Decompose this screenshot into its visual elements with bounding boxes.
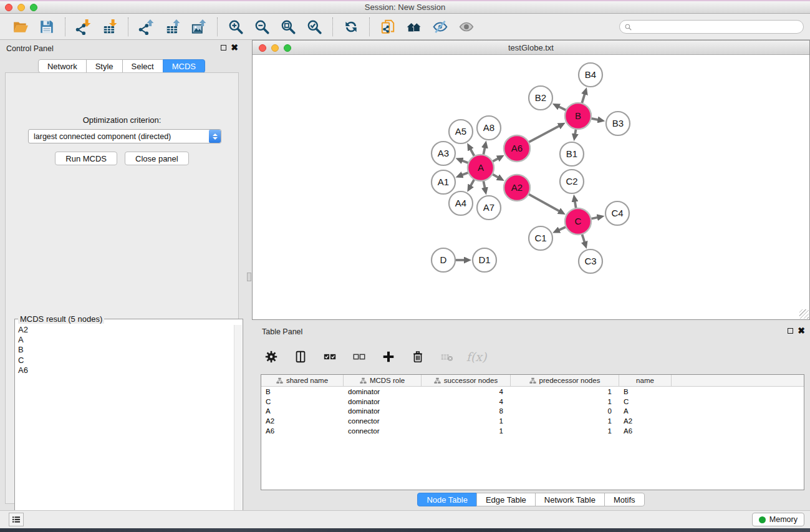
- optimization-criterion-label: Optimization criterion:: [6, 115, 238, 125]
- graph-node-label-B1: B1: [566, 148, 577, 159]
- column-header-successor-nodes[interactable]: successor nodes: [422, 375, 511, 386]
- task-history-button[interactable]: [9, 513, 24, 526]
- table-cell: 1: [511, 427, 619, 435]
- column-header-name[interactable]: name: [619, 375, 672, 386]
- tab-network-table[interactable]: Network Table: [535, 493, 605, 506]
- zoom-in-icon[interactable]: [226, 17, 245, 36]
- graph-node-label-A3: A3: [438, 148, 449, 158]
- double-home-icon[interactable]: [405, 17, 423, 36]
- graph-node-label-A7: A7: [483, 202, 494, 213]
- control-panel-title: Control Panel: [6, 44, 54, 53]
- mcds-result-list: A2ABCA6: [16, 325, 233, 530]
- settings-icon[interactable]: [262, 347, 281, 366]
- table-panel: Table Panel ✖ f(x) shared nameMCDS roles…: [252, 323, 810, 510]
- table-row[interactable]: Adominator80A: [261, 407, 804, 417]
- save-session-icon[interactable]: [37, 17, 56, 36]
- table-row[interactable]: A2connector11A2: [261, 416, 804, 426]
- toolbar-separator: [128, 17, 128, 36]
- table-cell: B: [261, 388, 344, 395]
- graph-node-label-A4: A4: [455, 198, 466, 208]
- graph-node-label-C: C: [575, 216, 582, 226]
- result-list-item[interactable]: B: [16, 345, 233, 355]
- graph-edge-B-B4[interactable]: [582, 94, 585, 104]
- splitter-handle[interactable]: [247, 273, 251, 281]
- graph-edge-A2-C[interactable]: [528, 194, 560, 211]
- result-list-item[interactable]: A2: [16, 325, 233, 335]
- documents-share-icon[interactable]: [378, 17, 397, 36]
- result-list-item[interactable]: A6: [16, 365, 233, 375]
- close-panel-button[interactable]: Close panel: [125, 152, 189, 165]
- eye-slash-icon[interactable]: [431, 17, 450, 36]
- tab-select[interactable]: Select: [122, 59, 163, 73]
- zoom-fit-icon[interactable]: [279, 17, 297, 36]
- search-icon: [624, 23, 632, 31]
- graph-node-label-B: B: [575, 110, 581, 121]
- open-session-icon[interactable]: [11, 17, 30, 36]
- result-list-item[interactable]: A: [16, 335, 233, 345]
- columns-icon[interactable]: [291, 347, 310, 366]
- graph-node-label-D: D: [440, 254, 447, 265]
- float-table-panel-icon[interactable]: [788, 328, 793, 334]
- resize-grip[interactable]: [799, 309, 809, 319]
- export-table-icon[interactable]: [163, 17, 182, 36]
- export-network-icon[interactable]: [137, 17, 156, 36]
- result-scrollbar[interactable]: [234, 325, 242, 530]
- node-table: shared nameMCDS rolesuccessor nodesprede…: [261, 374, 804, 490]
- table-row[interactable]: Cdominator41C: [261, 397, 804, 407]
- graph-node-label-B4: B4: [585, 69, 596, 80]
- tab-node-table[interactable]: Node Table: [417, 493, 477, 506]
- network-graph[interactable]: AA1A2A3A4A5A6A7A8BB1B2B3B4CC1C2C3C4DD1: [253, 55, 809, 319]
- table-header-row: shared nameMCDS rolesuccessor nodesprede…: [261, 375, 804, 387]
- hierarchy-icon: [360, 377, 367, 384]
- tab-edge-table[interactable]: Edge Table: [476, 493, 536, 506]
- table-cell: dominator: [344, 398, 422, 405]
- toolbar-separator: [65, 17, 65, 36]
- function-icon[interactable]: f(x): [467, 347, 486, 366]
- tab-network[interactable]: Network: [38, 59, 87, 73]
- graph-edge-C-C3[interactable]: [582, 233, 585, 242]
- graph-node-label-A2: A2: [511, 182, 523, 193]
- network-canvas[interactable]: AA1A2A3A4A5A6A7A8BB1B2B3B4CC1C2C3C4DD1: [253, 55, 809, 319]
- close-panel-icon[interactable]: ✖: [231, 44, 238, 51]
- graph-node-label-A8: A8: [483, 122, 494, 133]
- graph-node-label-C4: C4: [611, 208, 623, 218]
- float-panel-icon[interactable]: [221, 45, 226, 51]
- tab-motifs[interactable]: Motifs: [604, 493, 645, 506]
- table-cell: B: [619, 388, 672, 395]
- tab-style[interactable]: Style: [86, 59, 123, 73]
- delete-table-icon[interactable]: [438, 347, 456, 366]
- table-panel-title: Table Panel: [262, 327, 302, 336]
- hierarchy-icon: [434, 377, 441, 384]
- column-header-predecessor-nodes[interactable]: predecessor nodes: [511, 375, 619, 386]
- export-image-icon[interactable]: [190, 17, 208, 36]
- memory-button[interactable]: Memory: [752, 513, 804, 526]
- table-row[interactable]: Bdominator41B: [261, 387, 804, 397]
- trash-icon[interactable]: [408, 347, 427, 366]
- add-icon[interactable]: [379, 347, 398, 366]
- import-table-icon[interactable]: [100, 17, 119, 36]
- column-header-shared-name[interactable]: shared name: [261, 375, 344, 386]
- refresh-icon[interactable]: [342, 17, 360, 36]
- zoom-selected-icon[interactable]: [305, 17, 324, 36]
- graph-edge-A6-B[interactable]: [528, 126, 559, 143]
- column-header-filler: [672, 375, 804, 386]
- select-all-icon[interactable]: [321, 347, 339, 366]
- search-input[interactable]: [632, 21, 803, 32]
- import-network-icon[interactable]: [74, 17, 93, 36]
- table-cell: C: [261, 398, 344, 405]
- eye-icon[interactable]: [457, 17, 476, 36]
- tab-mcds[interactable]: MCDS: [163, 59, 205, 73]
- graph-node-label-C1: C1: [534, 233, 546, 243]
- deselect-all-icon[interactable]: [350, 347, 369, 366]
- column-header-MCDS-role[interactable]: MCDS role: [344, 375, 422, 386]
- table-cell: C: [619, 398, 672, 405]
- application-window: Session: New Session Control Panel ✖ Net…: [0, 0, 810, 532]
- result-list-item[interactable]: C: [16, 355, 233, 365]
- control-panel: Control Panel ✖ NetworkStyleSelectMCDS O…: [0, 40, 243, 510]
- table-row[interactable]: A6connector11A6: [261, 426, 804, 436]
- zoom-out-icon[interactable]: [253, 17, 271, 36]
- close-table-panel-icon[interactable]: ✖: [798, 327, 805, 334]
- run-mcds-button[interactable]: Run MCDS: [55, 152, 117, 165]
- table-cell: A6: [619, 427, 672, 435]
- criterion-select[interactable]: largest connected component (directed): [28, 129, 221, 143]
